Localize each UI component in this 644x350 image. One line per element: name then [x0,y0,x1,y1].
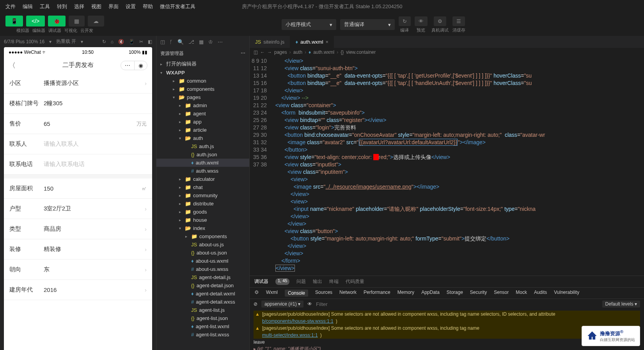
cloud-dev-button[interactable]: ☁ [88,16,104,27]
back-icon[interactable]: 〈 [9,61,16,70]
open-editors-section[interactable]: ▸打开的编辑器 [156,59,249,69]
tree-index[interactable]: ▾📂index [156,224,249,232]
form-item-小区[interactable]: 小区播播资源小区› [4,73,152,94]
dock-icon[interactable]: ◧ [148,39,152,44]
tree-pages[interactable]: ▾📂pages [156,93,249,101]
form-item-类型[interactable]: 类型商品房› [4,219,152,239]
tab-siteinfo[interactable]: JSsiteinfo.js [250,36,290,48]
form-item-房屋面积[interactable]: 房屋面积150㎡ [4,179,152,199]
devtools-tab-audits[interactable]: Audits [534,290,547,297]
clear-cache-button[interactable]: ☰ [452,16,465,26]
form-item-户型[interactable]: 户型3室2厅2卫› [4,199,152,219]
rotate-icon[interactable]: ↻ [102,39,106,44]
tree-components[interactable]: ▸📁components [156,232,249,240]
hot-reload-toggle[interactable]: 热重载 开 [56,38,76,45]
devtools-tab-security[interactable]: Security [470,290,487,297]
code-editor[interactable]: 8 9 10 11 12 13 14 15 16 17 18 19 20 21 … [250,57,644,276]
compile-button[interactable]: ↻ [399,16,411,26]
more-icon[interactable]: ⋯ [218,39,223,45]
problems-tab[interactable]: 问题 [296,278,306,285]
devtools-tab-wxml[interactable]: Wxml [266,290,278,297]
branch-icon[interactable]: ᚶ [170,39,173,45]
menu-wechat-devtools[interactable]: 微信开发者工具 [160,3,195,10]
menu-settings[interactable]: 设置 [126,3,136,10]
devtools-tab-sensor[interactable]: Sensor [494,290,509,297]
warn-link-1[interactable]: b/components/house-stw.wxss:1:1 [262,318,334,324]
form-item-联系电话[interactable]: 联系电话请输入联系电话 [4,154,152,175]
tree-agent-detail.wxml[interactable]: ♦agent-detail.wxml [156,290,249,298]
tree-agent-list.wxml[interactable]: ♦agent-list.wxml [156,322,249,331]
tree-community[interactable]: ▸📁community [156,191,249,200]
tree-auth.wxml[interactable]: ♦auth.wxml [156,159,249,167]
debugger-button[interactable]: 🐞 [48,16,66,27]
tree-about-us.wxml[interactable]: ♦about-us.wxml [156,257,249,265]
tree-auth[interactable]: ▾📂auth [156,134,249,142]
devtools-tab-console[interactable]: Console [285,290,308,297]
form-item-朝向[interactable]: 朝向东› [4,260,152,280]
tree-about-us.wxss[interactable]: #about-us.wxss [156,265,249,273]
tree-goods[interactable]: ▸📁goods [156,208,249,216]
tree-components[interactable]: ▸📁components [156,85,249,93]
root-section[interactable]: ▾WXAPP [156,69,249,77]
menu-edit[interactable]: 编辑 [23,3,33,10]
menu-select[interactable]: 选择 [74,3,84,10]
debugger-tab[interactable]: 调试器 [254,278,268,285]
form-item-售价[interactable]: 售价65万元 [4,114,152,134]
tree-app[interactable]: ▸📁app [156,118,249,126]
ext-icon[interactable]: ▦ [199,39,204,45]
tree-agent-detail.js[interactable]: JSagent-detail.js [156,273,249,281]
menu-tool[interactable]: 工具 [40,3,50,10]
crown-icon[interactable]: ♔ [208,39,213,45]
tab-auth-wxml[interactable]: ♦auth.wxml× [290,36,334,48]
tree-agent[interactable]: ▸📁agent [156,110,249,118]
mute-icon[interactable]: 🔇 [118,39,124,44]
devtools-tab-network[interactable]: Network [339,290,357,297]
simulator-button[interactable]: 📱 [5,16,23,27]
tree-auth.json[interactable]: {}auth.json [156,150,249,159]
tree-agent-list.wxss[interactable]: #agent-list.wxss [156,331,249,339]
menu-help[interactable]: 帮助 [143,3,153,10]
eye-icon[interactable]: 👁 [307,301,312,307]
tree-admin[interactable]: ▸📁admin [156,101,249,110]
tree-calculator[interactable]: ▸📁calculator [156,175,249,183]
inspect-icon[interactable]: ⯐ [254,290,259,297]
menu-file[interactable]: 文件 [5,3,16,10]
devtools-tab-mock[interactable]: Mock [516,290,527,297]
panel-menu-icon[interactable]: ⋯ [241,50,245,57]
tree-auth.js[interactable]: JSauth.js [156,142,249,150]
toggle-icon[interactable]: ◫ [254,49,258,55]
form-item-装修[interactable]: 装修精装修› [4,239,152,260]
tree-chat[interactable]: ▸📁chat [156,183,249,191]
git-icon[interactable]: ⎇ [188,39,194,45]
editor-button[interactable]: </> [26,16,45,27]
output-tab[interactable]: 输出 [313,278,322,285]
warn-link-2[interactable]: multi-select/index.wxss:1:1 [262,332,318,338]
form-item-联系人[interactable]: 联系人请输入联系人 [4,134,152,154]
devtools-tab-sources[interactable]: Sources [315,290,332,297]
tree-agent-detail.wxss[interactable]: #agent-detail.wxss [156,298,249,306]
split-icon[interactable]: ◫ [160,39,165,45]
nav-back-icon[interactable]: ← [260,49,265,55]
visual-button[interactable]: ▦ [69,16,85,27]
devtools-tab-vulnerability[interactable]: Vulnerability [554,290,579,297]
tree-distribute[interactable]: ▸📁distribute [156,200,249,208]
compile-select[interactable]: 普通编译▾ [340,19,395,30]
tree-house[interactable]: ▸📁house [156,216,249,224]
tree-article[interactable]: ▸📁article [156,126,249,134]
capsule[interactable]: ⋯◉ [121,61,147,70]
context-select[interactable]: appservice (#1) ▾ [261,301,303,308]
tree-about-us.json[interactable]: {}about-us.json [156,249,249,257]
devtools-tab-memory[interactable]: Memory [397,290,414,297]
menu-view[interactable]: 视图 [91,3,101,10]
filter-input[interactable] [316,301,598,307]
target-icon[interactable]: ◉ [135,61,147,70]
devtools-tab-performance[interactable]: Performance [364,290,390,297]
device-icon[interactable]: 📱 [129,39,135,44]
menu-goto[interactable]: 转到 [57,3,67,10]
devtools-tab-storage[interactable]: Storage [447,290,463,297]
remote-debug-button[interactable]: ⚙ [434,16,446,26]
tree-auth.wxss[interactable]: #auth.wxss [156,167,249,175]
tree-about-us.js[interactable]: JSabout-us.js [156,240,249,249]
quality-tab[interactable]: 代码质量 [346,278,364,285]
search-icon[interactable]: 🔍 [177,39,184,45]
